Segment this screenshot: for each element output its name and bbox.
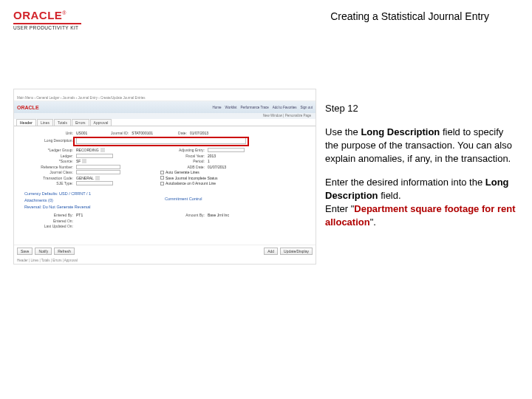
footer-links: Header | Lines | Totals | Errors | Appro…: [14, 257, 316, 264]
upk-subtitle: USER PRODUCTIVITY KIT: [13, 25, 87, 30]
sje-type-dropdown[interactable]: [76, 181, 113, 185]
attachments-link[interactable]: Attachments (0): [24, 198, 160, 202]
tab-errors[interactable]: Errors: [72, 119, 89, 126]
tab-header[interactable]: Header: [16, 119, 36, 126]
text: field.: [378, 190, 401, 201]
adb-date-label: ADB Date:: [160, 165, 208, 169]
period-value: 1: [208, 159, 210, 163]
id-row: Unit: US001 Journal ID: STAT000101 Date:…: [20, 131, 310, 135]
logo-underline: [13, 23, 81, 24]
last-updated-label: Last Updated On:: [20, 224, 76, 228]
autobalance-label: Autobalance on 0 Amount Line: [166, 181, 216, 185]
autogen-checkbox[interactable]: [160, 171, 164, 174]
autobalance-checkbox[interactable]: [160, 182, 164, 185]
screenshot-panel: Main Menu › General Ledger › Journals › …: [13, 89, 316, 265]
field-name: Long Description: [361, 126, 440, 137]
currency-defaults-link[interactable]: Currency Defaults: USD / CRRNT / 1: [24, 191, 160, 196]
journal-id-label: Journal ID:: [87, 131, 132, 135]
sje-type-label: SJE Type:: [20, 181, 76, 185]
text: ".: [370, 216, 376, 228]
unit-label: Unit:: [20, 131, 76, 135]
page: ORACLE® USER PRODUCTIVITY KIT Creating a…: [0, 0, 532, 399]
adb-date-value: 01/07/2013: [208, 165, 226, 169]
add-button[interactable]: Add: [264, 248, 278, 255]
fiscal-year-value: 2013: [208, 154, 216, 158]
nav-home[interactable]: Home: [213, 106, 222, 109]
entered-by-value: PT1: [76, 213, 83, 217]
commitment-control-link[interactable]: Commitment Control: [165, 197, 301, 201]
ledger-label: Ledger:: [20, 154, 76, 158]
registered-icon: ®: [62, 10, 66, 16]
save-incomplete-checkbox[interactable]: [160, 176, 164, 180]
ledger-dropdown[interactable]: [76, 154, 113, 158]
instruction-p1: Use the Long Description field to specif…: [325, 126, 519, 166]
long-description-label: Long Description:: [20, 138, 76, 143]
breadcrumb: Main Menu › General Ledger › Journals › …: [14, 95, 316, 101]
refno-label: Reference Number:: [20, 165, 76, 169]
app-screenshot: Main Menu › General Ledger › Journals › …: [13, 89, 316, 265]
fiscal-year-label: Fiscal Year:: [160, 154, 208, 158]
app-logo: ORACLE: [17, 105, 39, 110]
text: Enter the desired information into the: [325, 177, 485, 188]
amount-by-label: Amount By:: [160, 213, 208, 217]
nav-favorites[interactable]: Add to Favorites: [273, 106, 297, 109]
save-button[interactable]: Save: [17, 248, 33, 255]
page-title: Creating a Statistical Journal Entry: [330, 10, 489, 22]
action-bar: Save Notify Refresh Add Update/Display: [14, 245, 316, 257]
source-value: SF: [76, 159, 81, 163]
nav-worklist[interactable]: Worklist: [225, 106, 237, 109]
step-label: Step 12: [325, 102, 519, 115]
nav-perf-trace[interactable]: Performance Trace: [240, 106, 268, 109]
adjusting-entry-dropdown[interactable]: [208, 148, 245, 152]
journal-class-field[interactable]: [76, 170, 120, 174]
refno-field[interactable]: [76, 165, 120, 169]
unit-value: US001: [76, 131, 87, 135]
form-body: Unit: US001 Journal ID: STAT000101 Date:…: [14, 126, 316, 245]
tcode-label: Transaction Code:: [20, 176, 76, 180]
update-display-button[interactable]: Update/Display: [280, 248, 313, 255]
highlight-box: [73, 137, 249, 146]
journal-class-label: Journal Class:: [20, 170, 76, 174]
date-value: 01/07/2013: [190, 131, 208, 135]
adjusting-entry-label: Adjusting Entry:: [160, 148, 208, 152]
oracle-logo: ORACLE® USER PRODUCTIVITY KIT: [13, 9, 87, 30]
tab-lines[interactable]: Lines: [37, 119, 53, 126]
amount-by-value: Base Jrnl Inc: [208, 213, 229, 217]
reversal-link[interactable]: Reversal: Do Not Generate Reversal: [24, 205, 160, 209]
journal-id-value: STAT000101: [132, 131, 153, 135]
text: Enter ": [325, 203, 354, 214]
form-col-a: *Ledger Group:RECORDING Ledger: *Source:…: [20, 147, 160, 187]
form-col-b: Adjusting Entry: Fiscal Year:2013 Period…: [160, 147, 301, 187]
text: Use the: [325, 126, 361, 137]
source-label: *Source:: [20, 159, 76, 163]
link-grid: Currency Defaults: USD / CRRNT / 1 Attac…: [20, 189, 310, 210]
entered-by-grid: Entered By:PT1 Entered On: Last Updated …: [20, 212, 310, 230]
notify-button[interactable]: Notify: [35, 248, 52, 255]
brandbar-right: Home Worklist Performance Trace Add to F…: [213, 106, 313, 109]
oracle-wordmark: ORACLE: [13, 9, 62, 21]
app-brandbar: ORACLE Home Worklist Performance Trace A…: [14, 101, 316, 113]
form-columns: *Ledger Group:RECORDING Ledger: *Source:…: [20, 147, 310, 187]
entry-value: Department square footage for rent alloc…: [325, 203, 515, 228]
tabstrip: Header Lines Totals Errors Approval: [14, 119, 316, 126]
tab-approval[interactable]: Approval: [90, 119, 112, 126]
lookup-icon[interactable]: [100, 148, 105, 152]
brandbar-left: ORACLE: [17, 105, 39, 110]
instruction-p2: Enter the desired information into the L…: [325, 176, 519, 229]
subbar: New Window | Personalize Page: [14, 113, 316, 119]
tab-totals[interactable]: Totals: [54, 119, 71, 126]
save-incomplete-label: Save Journal Incomplete Status: [166, 176, 218, 180]
entered-on-label: Entered On:: [20, 219, 76, 223]
refresh-button[interactable]: Refresh: [54, 248, 75, 255]
date-label: Date:: [153, 131, 190, 135]
ledger-group-value: RECORDING: [76, 148, 99, 152]
lookup-icon[interactable]: [95, 176, 100, 180]
entered-by-label: Entered By:: [20, 213, 76, 217]
period-label: Period:: [160, 159, 208, 163]
page-header: ORACLE® USER PRODUCTIVITY KIT Creating a…: [13, 9, 519, 30]
tcode-value: GENERAL: [76, 176, 94, 180]
lookup-icon[interactable]: [82, 159, 86, 163]
instruction-panel: Step 12 Use the Long Description field t…: [325, 102, 519, 239]
window-chrome: [14, 89, 316, 95]
nav-signout[interactable]: Sign out: [300, 106, 313, 109]
